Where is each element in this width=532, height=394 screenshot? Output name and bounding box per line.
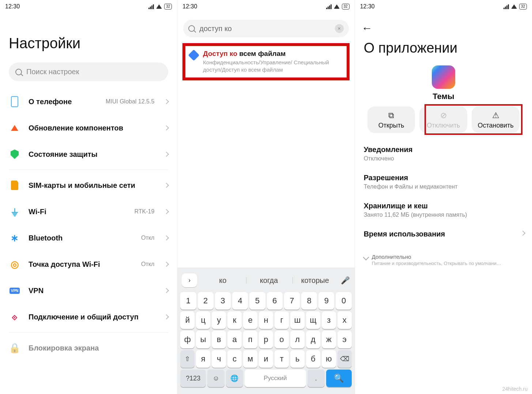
info-permissions[interactable]: Разрешения Телефон и Файлы и медиаконтен… <box>364 168 523 197</box>
search-input[interactable] <box>199 24 330 33</box>
wifi-status-icon <box>156 4 162 9</box>
key-letter[interactable]: о <box>275 331 289 348</box>
force-stop-button[interactable]: ⚠ Остановить <box>472 106 520 133</box>
key-letter[interactable]: л <box>290 331 305 348</box>
key-letter[interactable]: а <box>227 331 242 348</box>
item-label: Wi-Fi <box>29 208 126 216</box>
backspace-key[interactable]: ⌫ <box>337 350 352 368</box>
settings-search[interactable]: Поиск настроек <box>9 62 168 81</box>
info-storage[interactable]: Хранилище и кеш Занято 11,62 МБ (внутрен… <box>364 197 523 225</box>
status-bar: 12:30 32 <box>177 0 354 13</box>
key-letter[interactable]: ж <box>322 331 336 348</box>
chevron-right-icon <box>164 314 169 319</box>
key-letter[interactable]: э <box>337 331 352 348</box>
info-title: Хранилище и кеш <box>364 202 523 210</box>
more-section[interactable]: Дополнительно Питание и производительнос… <box>355 245 532 266</box>
update-icon <box>9 122 20 134</box>
back-button[interactable]: ← <box>362 22 373 34</box>
key-letter[interactable]: ь <box>290 350 305 368</box>
info-notifications[interactable]: Уведомления Отключено <box>364 140 523 168</box>
key-letter[interactable]: щ <box>306 311 320 329</box>
key-letter[interactable]: е <box>243 311 257 329</box>
key-letter[interactable]: г <box>275 311 289 329</box>
key-letter[interactable]: в <box>212 331 226 348</box>
period-key[interactable]: . <box>307 370 325 387</box>
page-title: Настройки <box>0 13 177 59</box>
key-letter[interactable]: п <box>243 331 257 348</box>
lock-icon: 🔒 <box>9 342 20 354</box>
phone-icon <box>9 96 20 107</box>
item-sublabel: MIUI Global 12.5.5 <box>106 98 154 105</box>
key-4[interactable]: 4 <box>232 292 248 310</box>
action-buttons: ⧉ Открыть ⊘ Отключить ⚠ Остановить <box>364 106 523 133</box>
list-item-about-phone[interactable]: О телефоне MIUI Global 12.5.5 <box>0 88 177 115</box>
suggestion[interactable]: ко <box>200 276 245 285</box>
key-letter[interactable]: у <box>212 311 226 329</box>
item-label: Bluetooth <box>29 234 133 242</box>
key-letter[interactable]: х <box>337 311 352 329</box>
key-letter[interactable]: ч <box>212 350 226 368</box>
key-letter[interactable]: т <box>275 350 289 368</box>
key-letter[interactable]: к <box>227 311 242 329</box>
open-icon: ⧉ <box>388 111 394 120</box>
key-7[interactable]: 7 <box>284 292 300 310</box>
key-letter[interactable]: р <box>259 331 273 348</box>
list-item-wifi[interactable]: ⏚ Wi-Fi RTK-19 <box>0 198 177 225</box>
button-label: Отключить <box>427 122 460 129</box>
key-letter[interactable]: ш <box>290 311 305 329</box>
key-letter[interactable]: ы <box>196 331 210 348</box>
key-letter[interactable]: й <box>180 311 195 329</box>
key-letter[interactable]: я <box>196 350 210 368</box>
key-letter[interactable]: с <box>227 350 242 368</box>
key-3[interactable]: 3 <box>215 292 231 310</box>
suggestion[interactable]: когда <box>246 276 291 285</box>
privacy-icon <box>188 49 200 61</box>
key-5[interactable]: 5 <box>249 292 265 310</box>
list-item-lock-screen[interactable]: 🔒 Блокировка экрана <box>0 335 177 361</box>
key-2[interactable]: 2 <box>198 292 214 310</box>
key-0[interactable]: 0 <box>336 292 351 310</box>
list-item-connection-sharing[interactable]: ⟐ Подключение и общий доступ <box>0 304 177 330</box>
space-key[interactable]: Русский <box>245 370 306 387</box>
key-1[interactable]: 1 <box>180 292 196 310</box>
key-letter[interactable]: м <box>243 350 257 368</box>
list-item-vpn[interactable]: VPN VPN <box>0 277 177 304</box>
search-icon: 🔍 <box>334 374 344 383</box>
microphone-icon[interactable]: 🎤 <box>339 276 352 285</box>
list-item-component-update[interactable]: Обновление компонентов <box>0 115 177 141</box>
list-item-sim[interactable]: SIM-карты и мобильные сети <box>0 172 177 198</box>
info-screen-time[interactable]: Время использования <box>364 225 523 245</box>
open-app-button[interactable]: ⧉ Открыть <box>367 106 415 133</box>
chevron-right-icon <box>164 235 169 240</box>
key-6[interactable]: 6 <box>267 292 283 310</box>
key-letter[interactable]: ц <box>196 311 210 329</box>
key-letter[interactable]: з <box>322 311 336 329</box>
disable-app-button[interactable]: ⊘ Отключить <box>419 106 467 133</box>
key-letter[interactable]: и <box>259 350 273 368</box>
shift-key[interactable]: ⇧ <box>180 350 195 368</box>
key-letter[interactable]: б <box>306 350 320 368</box>
key-letter[interactable]: ф <box>180 331 195 348</box>
emoji-key[interactable]: ☺ <box>207 370 225 387</box>
key-letter[interactable]: ю <box>322 350 336 368</box>
list-item-hotspot[interactable]: ◎ Точка доступа Wi-Fi Откл <box>0 251 177 277</box>
list-item-bluetooth[interactable]: ∗ Bluetooth Откл <box>0 225 177 251</box>
info-desc: Отключено <box>364 155 523 162</box>
key-letter[interactable]: д <box>306 331 320 348</box>
wifi-status-icon <box>511 4 517 9</box>
expand-suggestions-button[interactable]: › <box>182 273 197 287</box>
suggestion[interactable]: которые <box>293 276 338 285</box>
search-result-all-files-access[interactable]: Доступ ко всем файлам Конфиденциальность… <box>182 43 349 80</box>
key-8[interactable]: 8 <box>301 292 317 310</box>
watermark: 24hitech.ru <box>502 386 528 392</box>
item-sublabel: RTK-19 <box>134 208 154 215</box>
clear-button[interactable]: × <box>335 24 344 33</box>
numbers-key[interactable]: ?123 <box>180 370 206 387</box>
list-item-security-status[interactable]: Состояние защиты <box>0 141 177 167</box>
language-key[interactable]: 🌐 <box>226 370 243 387</box>
key-9[interactable]: 9 <box>318 292 334 310</box>
search-field[interactable]: × <box>183 20 348 37</box>
search-submit-key[interactable]: 🔍 <box>326 370 352 387</box>
chevron-right-icon <box>164 209 169 214</box>
key-letter[interactable]: н <box>259 311 273 329</box>
